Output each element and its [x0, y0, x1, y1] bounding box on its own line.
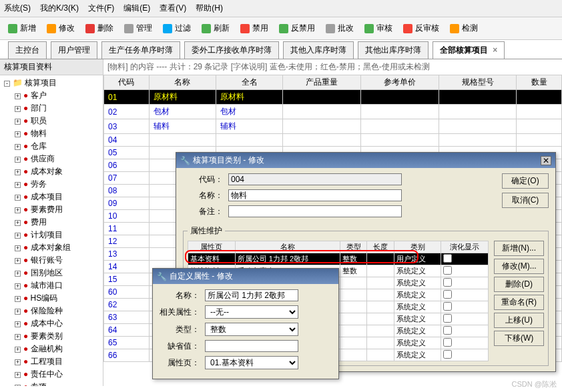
tree-item[interactable]: +● 劳务 [0, 178, 103, 191]
tree-item[interactable]: +● 职员 [0, 115, 103, 127]
tree-item[interactable]: +● 工程项目 [0, 355, 103, 368]
toolbar-刷新[interactable]: 刷新 [199, 21, 232, 35]
tab[interactable]: 全部核算项目 × [433, 41, 505, 59]
toolbar-反审核[interactable]: 反审核 [400, 21, 442, 35]
side-button[interactable]: 删除(D) [494, 277, 544, 292]
toolbar-修改[interactable]: 修改 [44, 21, 77, 35]
tab[interactable]: 其他入库序时薄 [283, 41, 354, 59]
status-line: [物料] 的内容 ---- 共计：29 条记录 [字体说明] 蓝色-未使用；红色… [103, 59, 562, 75]
grid-header[interactable]: 全名 [216, 75, 282, 90]
toolbar-批改[interactable]: 批改 [323, 21, 356, 35]
table-row[interactable]: 03辅料辅料 [104, 119, 562, 134]
name-label: 名称： [183, 190, 223, 201]
dialog-title-text: 核算项目类别 - 修改 [193, 155, 264, 166]
tree-panel: 核算项目资料 -📁 核算项目+● 客户+● 部门+● 职员+● 物料+● 仓库+… [0, 59, 103, 386]
grid-header[interactable]: 名称 [149, 75, 216, 90]
side-button[interactable]: 重命名(R) [494, 295, 544, 310]
side-button[interactable]: 下移(W) [494, 331, 544, 346]
dialog-title-text: 自定义属性 - 修改 [170, 271, 233, 282]
tree-item[interactable]: +● 国别地区 [0, 267, 103, 279]
menu-item[interactable]: 我的K/3(K) [40, 3, 79, 14]
tree-item[interactable]: +● 计划项目 [0, 229, 103, 241]
grid-header-row: 代码名称全名产品重量参考单价规格型号数量 [104, 75, 562, 90]
attr-type-select[interactable]: 整数 [205, 323, 298, 336]
dialog-custom-attr: 🔧 自定义属性 - 修改 名称： 相关属性：--无-- 类型：整数 缺省值： 属… [152, 268, 339, 379]
dialog-title: 🔧 核算项目类别 - 修改 ✕ [176, 153, 555, 168]
toolbar-新增[interactable]: 新增 [5, 21, 39, 35]
attr-rel-select[interactable]: --无-- [205, 305, 298, 319]
tree-item[interactable]: +● 费用 [0, 216, 103, 229]
tree-item[interactable]: +● 仓库 [0, 140, 103, 153]
tab[interactable]: 其他出库序时薄 [358, 41, 429, 59]
attr-default-input[interactable] [205, 340, 298, 352]
tree-item[interactable]: +● 物料 [0, 127, 103, 140]
toolbar-反禁用[interactable]: 反禁用 [276, 21, 318, 35]
menu-item[interactable]: 查看(V) [160, 3, 186, 14]
tree-item[interactable]: +● 城市港口 [0, 279, 103, 292]
tree-item[interactable]: +● 保险险种 [0, 305, 103, 317]
menu-item[interactable]: 文件(F) [88, 3, 114, 14]
menu-item[interactable]: 系统(S) [4, 3, 31, 14]
menu-item[interactable]: 编辑(E) [123, 3, 150, 14]
toolbar-过滤[interactable]: 过滤 [160, 21, 194, 35]
dialog-title: 🔧 自定义属性 - 修改 [153, 269, 338, 284]
tree-item[interactable]: +● 要素费用 [0, 203, 103, 216]
grid-header[interactable]: 数量 [517, 75, 562, 90]
ok-button[interactable]: 确定(O) [502, 173, 549, 189]
grid-header[interactable]: 参考单价 [360, 75, 439, 90]
tree-item[interactable]: +● 责任中心 [0, 368, 103, 381]
grid-header[interactable]: 代码 [104, 75, 150, 90]
tree-item[interactable]: +● 成本对象组 [0, 241, 103, 254]
table-row[interactable]: 01原材料原材料 [104, 90, 562, 105]
tabbar: 主控台用户管理生产任务单序时薄委外工序接收单序时薄其他入库序时薄其他出库序时薄全… [0, 41, 562, 59]
toolbar-检测[interactable]: 检测 [447, 21, 481, 35]
toolbar-禁用[interactable]: 禁用 [238, 21, 271, 35]
tree-item[interactable]: +● 银行账号 [0, 254, 103, 267]
table-row[interactable]: 04 [104, 134, 562, 147]
tree-item[interactable]: +● 专项 [0, 381, 103, 386]
code-input [228, 173, 402, 185]
tree-item[interactable]: +● 要素类别 [0, 330, 103, 343]
tree-item[interactable]: +● 成本中心 [0, 317, 103, 330]
tree-item[interactable]: +● HS编码 [0, 292, 103, 305]
close-icon[interactable]: × [493, 45, 497, 55]
name-input[interactable] [228, 189, 402, 201]
toolbar-审核[interactable]: 审核 [362, 21, 395, 35]
tree-item[interactable]: +● 成本项目 [0, 191, 103, 203]
grid-header[interactable]: 规格型号 [439, 75, 517, 90]
tree-item[interactable]: +● 金融机构 [0, 343, 103, 355]
toolbar-删除[interactable]: 删除 [83, 21, 116, 35]
dialog-icon: 🔧 [157, 272, 167, 281]
attr-legend: 属性维护 [188, 225, 225, 237]
tree-item[interactable]: +● 客户 [0, 89, 103, 102]
side-button[interactable]: 新增(N)... [494, 241, 544, 256]
tree-item[interactable]: +● 部门 [0, 102, 103, 115]
tab[interactable]: 生产任务单序时薄 [101, 41, 180, 59]
menu-item[interactable]: 帮助(H) [196, 3, 223, 14]
tab[interactable]: 主控台 [8, 41, 47, 59]
menubar: 系统(S)我的K/3(K)文件(F)编辑(E)查看(V)帮助(H) [0, 0, 562, 17]
note-label: 备注： [183, 206, 223, 217]
side-button[interactable]: 修改(M)... [494, 259, 544, 274]
code-label: 代码： [183, 174, 223, 185]
tree[interactable]: -📁 核算项目+● 客户+● 部门+● 职员+● 物料+● 仓库+● 供应商+●… [0, 75, 103, 386]
attr-name-input[interactable] [205, 289, 298, 301]
toolbar: 新增修改删除管理过滤刷新禁用反禁用批改审核反审核检测 [0, 17, 562, 40]
attr-row[interactable]: 基本资料所属公司 1力邦 2敬邦整数用户定义 [188, 253, 489, 265]
tree-root[interactable]: -📁 核算项目 [0, 77, 103, 89]
table-row[interactable]: 02包材包材 [104, 105, 562, 119]
side-button[interactable]: 上移(U) [494, 313, 544, 328]
tree-item[interactable]: +● 成本对象 [0, 165, 103, 178]
toolbar-管理[interactable]: 管理 [121, 21, 155, 35]
tree-title: 核算项目资料 [0, 59, 103, 75]
watermark: CSDN @陈淞 [512, 379, 557, 389]
attr-page-select[interactable]: 01.基本资料 [205, 356, 298, 369]
note-input[interactable] [228, 205, 402, 217]
cancel-button[interactable]: 取消(C) [502, 193, 549, 208]
grid-header[interactable]: 产品重量 [283, 75, 361, 90]
tree-item[interactable]: +● 供应商 [0, 153, 103, 165]
tab[interactable]: 委外工序接收单序时薄 [184, 41, 279, 59]
close-icon[interactable]: ✕ [541, 156, 551, 165]
tab[interactable]: 用户管理 [51, 41, 97, 59]
dialog-icon: 🔧 [180, 156, 190, 165]
